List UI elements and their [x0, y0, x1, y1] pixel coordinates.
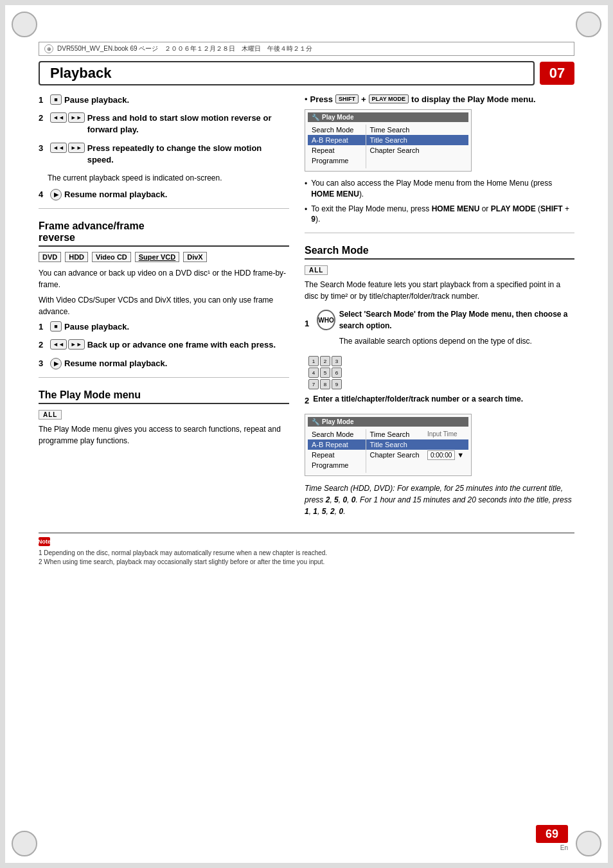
menu2-title: Play Mode: [322, 418, 353, 425]
menu2-icon: 🔧: [312, 418, 319, 425]
page-title: Playback: [39, 61, 535, 85]
search-step-1-sub: The available search options depend on t…: [339, 335, 574, 347]
page-edge-top: [0, 0, 613, 5]
key-3: 3: [332, 356, 342, 366]
menu-cell-right-1: Time Search: [366, 125, 468, 135]
frame-body-2: With Video CDs/Super VCDs and DivX title…: [39, 294, 289, 317]
main-content: Playback 07 1 ■ Pause playback. 2 ◄◄ ►►: [39, 61, 574, 817]
frame-step-2: 2 ◄◄ ►► Back up or advance one frame wit…: [39, 339, 289, 351]
menu-cell-right-3: Chapter Search: [366, 145, 468, 155]
header-bar: ⊕ DVR550H_WV_EN.book 69 ページ ２００６年１２月２８日 …: [39, 42, 574, 56]
pause-icon: ■: [50, 94, 62, 105]
menu2-cell-right-1: Input Time: [423, 429, 468, 439]
corner-decoration-bl: [12, 831, 37, 856]
bullet-text-1: You can also access the Play Mode menu f…: [311, 178, 574, 200]
search-step-num-1: 1: [305, 319, 309, 328]
divider-right-1: [305, 233, 574, 233]
content-columns: 1 ■ Pause playback. 2 ◄◄ ►► Press and ho…: [39, 94, 574, 521]
frame-section-heading: Frame advance/framereverse: [39, 220, 289, 247]
page-number-box: 69: [536, 825, 568, 843]
menu-row-1: Search Mode Time Search: [308, 125, 468, 135]
corner-decoration-tr: [576, 12, 601, 37]
play-mode-menu-screenshot-2: 🔧 Play Mode Search Mode Time Search Inpu…: [305, 414, 472, 476]
search-mode-heading: Search Mode: [305, 245, 574, 260]
menu2-cell-left-4: Programme: [308, 460, 366, 470]
left-column: 1 ■ Pause playback. 2 ◄◄ ►► Press and ho…: [39, 94, 289, 521]
menu2-row-2: A-B Repeat Title Search: [308, 439, 468, 450]
slow-arrows-icon-2: ◄◄ ►►: [50, 143, 85, 153]
key-4: 4: [308, 368, 319, 378]
shift-button: SHIFT: [335, 94, 359, 103]
page-edge-left: [0, 0, 5, 868]
bullet-text-2: To exit the Play Mode menu, press HOME M…: [311, 204, 574, 226]
divider-2: [39, 377, 289, 378]
step-number-3: 3: [39, 143, 48, 153]
step-1-pause: 1 ■ Pause playback.: [39, 94, 289, 106]
menu2-cell-right-5: [423, 470, 468, 473]
menu-cell-left-4: Programme: [308, 155, 366, 166]
menu-title: Play Mode: [322, 114, 353, 121]
slow-arrows-icon: ◄◄ ►►: [50, 112, 85, 123]
title-bar: Playback 07: [39, 61, 574, 85]
search-mode-body: The Search Mode feature lets you start p…: [305, 279, 574, 302]
menu-row-4: Programme: [308, 155, 468, 166]
divider-1: [39, 208, 289, 209]
header-file-info: DVR550H_WV_EN.book 69 ページ ２００６年１２月２８日 木曜…: [57, 44, 312, 53]
menu-cell-left-3: Repeat: [308, 145, 366, 155]
time-input-field[interactable]: 0:00:00: [427, 450, 455, 460]
menu-cell-right-4: [366, 155, 468, 166]
step-3-speed: 3 ◄◄ ►► Press repeatedly to change the s…: [39, 143, 289, 166]
bullet-dot-press: •: [305, 94, 308, 104]
search-step-2-text: Enter a title/chapter/folder/track numbe…: [313, 393, 523, 405]
frame-pause-icon: ■: [50, 321, 62, 332]
bullet-icon-1: •: [305, 179, 307, 200]
frame-step-3: 3 ▶ Resume normal playback.: [39, 358, 289, 369]
bullet-icon-2: •: [305, 204, 307, 226]
menu-cell-right-2: Title Search: [366, 135, 468, 145]
format-badges: DVD HDD Video CD Super VCD DivX: [39, 252, 289, 262]
menu2-table: Search Mode Time Search Input Time A-B R…: [308, 429, 468, 473]
dropdown-arrow: ▼: [457, 451, 464, 459]
menu2-cell-mid-4: [366, 460, 423, 470]
frame-step-1-text: Pause playback.: [64, 321, 129, 333]
play-mode-body: The Play Mode menu gives you access to s…: [39, 423, 289, 447]
all-badge-play-mode: ALL: [39, 410, 62, 420]
frame-step-num-3: 3: [39, 359, 48, 368]
menu-row-2: A-B Repeat Title Search: [308, 135, 468, 145]
menu-cell-left-1: Search Mode: [308, 125, 366, 135]
press-label: Press: [310, 94, 333, 104]
frame-step-num-2: 2: [39, 340, 48, 350]
menu2-cell-mid-2: Title Search: [366, 439, 423, 450]
menu-title-bar: 🔧 Play Mode: [308, 112, 468, 122]
page-edge-bottom: [0, 863, 613, 868]
play-mode-heading: The Play Mode menu: [39, 389, 289, 404]
menu2-cell-left-2: A-B Repeat: [308, 439, 366, 450]
menu2-cell-mid-5: [366, 470, 423, 473]
format-videocd: Video CD: [92, 252, 131, 262]
corner-decoration-br: [576, 831, 601, 856]
frame-play-icon: ▶: [50, 358, 62, 369]
menu2-title-bar: 🔧 Play Mode: [308, 417, 468, 427]
key-1: 1: [308, 356, 319, 366]
search-step-num-2: 2: [305, 396, 309, 405]
step-number-4: 4: [39, 190, 48, 199]
who-icon: WHO: [317, 310, 335, 330]
time-search-note: Time Search (HDD, DVD): For example, for…: [305, 483, 574, 517]
menu2-row-1: Search Mode Time Search Input Time: [308, 429, 468, 439]
corner-decoration-tl: [12, 12, 37, 37]
frame-step-num-1: 1: [39, 322, 48, 332]
menu-cell-right-5: [366, 166, 468, 168]
note-text-2: 2 When using time search, playback may o…: [39, 558, 574, 567]
page-edge-right: [608, 0, 613, 868]
key-8: 8: [320, 379, 330, 389]
play-mode-button: PLAY MODE: [369, 94, 409, 103]
search-step-1-text: Select 'Search Mode' from the Play Mode …: [339, 308, 574, 332]
crosshair-icon: ⊕: [44, 44, 53, 53]
step-1-text: Pause playback.: [64, 94, 129, 106]
frame-step-2-text: Back up or advance one frame with each p…: [87, 339, 276, 351]
menu-cell-left-5: [308, 166, 366, 168]
menu2-cell-left-3: Repeat: [308, 450, 366, 460]
plus-symbol: +: [361, 94, 366, 104]
step-4-text: Resume normal playback.: [64, 189, 167, 200]
play-mode-menu-screenshot: 🔧 Play Mode Search Mode Time Search A-B …: [305, 109, 472, 172]
